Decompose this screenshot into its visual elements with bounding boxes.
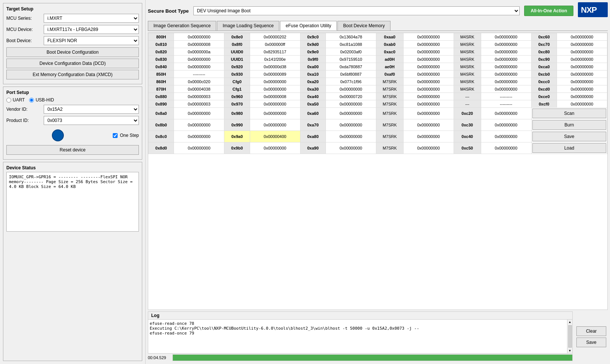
efuse-input[interactable] bbox=[261, 102, 290, 106]
efuse-input[interactable] bbox=[492, 79, 521, 84]
ext-memory-config-button[interactable]: Ext Memory Configuration Data (XMCD) bbox=[6, 70, 139, 79]
efuse-input[interactable] bbox=[414, 65, 443, 69]
efuse-input[interactable] bbox=[184, 146, 214, 150]
burn-button[interactable]: Burn bbox=[532, 120, 606, 130]
clear-button[interactable]: Clear bbox=[576, 326, 606, 336]
efuse-input[interactable] bbox=[184, 94, 214, 99]
mcu-series-select[interactable]: i.MXRT bbox=[44, 14, 139, 23]
log-scrollbar[interactable]: ▲ ▼ bbox=[567, 320, 572, 353]
all-in-one-action-button[interactable]: All-In-One Action bbox=[524, 6, 573, 16]
efuse-input[interactable] bbox=[261, 79, 290, 84]
efuse-input[interactable] bbox=[336, 57, 365, 62]
tab-image-loading[interactable]: Image Loading Sequence bbox=[217, 21, 279, 31]
one-step-checkbox[interactable] bbox=[113, 133, 118, 138]
efuse-input[interactable] bbox=[414, 123, 443, 127]
secure-boot-type-select[interactable]: DEV Unsigned Image Boot bbox=[193, 6, 520, 15]
efuse-input[interactable] bbox=[414, 35, 443, 39]
efuse-input[interactable] bbox=[261, 65, 290, 69]
efuse-input[interactable] bbox=[492, 50, 521, 54]
efuse-input[interactable] bbox=[336, 72, 365, 76]
device-config-dcd-button[interactable]: Device Configuration Data (DCD) bbox=[6, 59, 139, 68]
efuse-input[interactable] bbox=[414, 87, 443, 91]
efuse-input[interactable] bbox=[492, 87, 521, 91]
efuse-input[interactable] bbox=[567, 72, 597, 76]
efuse-input[interactable] bbox=[336, 35, 365, 39]
efuse-input[interactable] bbox=[492, 146, 521, 150]
efuse-input[interactable] bbox=[184, 79, 214, 84]
tab-boot-device-memory[interactable]: Boot Device Memory bbox=[337, 21, 390, 31]
efuse-input[interactable] bbox=[567, 57, 597, 62]
efuse-input[interactable] bbox=[184, 35, 214, 39]
boot-device-select[interactable]: FLEXSPI NOR bbox=[44, 36, 139, 45]
usb-hid-radio-input[interactable] bbox=[29, 98, 34, 103]
efuse-input[interactable] bbox=[184, 111, 214, 116]
efuse-input[interactable] bbox=[567, 79, 597, 84]
efuse-input[interactable] bbox=[492, 102, 521, 106]
efuse-input[interactable] bbox=[414, 50, 443, 54]
efuse-input[interactable] bbox=[261, 111, 290, 116]
usb-hid-radio[interactable]: USB-HID bbox=[29, 97, 54, 103]
save-efuse-button[interactable]: Save bbox=[532, 132, 606, 141]
scan-button[interactable]: Scan bbox=[532, 109, 606, 118]
efuse-input[interactable] bbox=[414, 79, 443, 84]
efuse-input[interactable] bbox=[261, 123, 290, 127]
tab-image-generation[interactable]: Image Generation Sequence bbox=[148, 21, 216, 31]
efuse-input[interactable] bbox=[336, 87, 365, 91]
uart-radio-input[interactable] bbox=[6, 98, 11, 103]
efuse-input[interactable] bbox=[567, 35, 597, 39]
efuse-input[interactable] bbox=[492, 72, 521, 76]
efuse-input[interactable] bbox=[184, 87, 214, 91]
efuse-input[interactable] bbox=[414, 111, 443, 116]
log-scroll-thumb[interactable] bbox=[568, 325, 572, 348]
efuse-input[interactable] bbox=[336, 123, 365, 127]
boot-device-config-button[interactable]: Boot Device Configuration bbox=[6, 47, 139, 57]
mcu-device-select[interactable]: i.MXRT117x - LFBGA289 bbox=[44, 25, 139, 34]
product-id-select[interactable]: 0x0073 bbox=[44, 116, 139, 125]
efuse-input[interactable] bbox=[184, 50, 214, 54]
efuse-input[interactable] bbox=[567, 87, 597, 91]
efuse-input[interactable] bbox=[261, 42, 290, 47]
efuse-input[interactable] bbox=[336, 134, 365, 139]
efuse-input[interactable] bbox=[567, 50, 597, 54]
efuse-input[interactable] bbox=[414, 42, 443, 47]
efuse-input[interactable] bbox=[492, 65, 521, 69]
vendor-id-select[interactable]: 0x15A2 bbox=[44, 105, 139, 114]
efuse-input[interactable] bbox=[336, 79, 365, 84]
efuse-input[interactable] bbox=[567, 65, 597, 69]
efuse-input[interactable] bbox=[336, 102, 365, 106]
efuse-input[interactable] bbox=[567, 94, 597, 99]
efuse-input[interactable] bbox=[261, 72, 290, 76]
efuse-input[interactable] bbox=[261, 50, 290, 54]
efuse-input[interactable] bbox=[261, 134, 290, 139]
tab-efuse-operation[interactable]: eFuse Operation Utility bbox=[280, 21, 337, 31]
efuse-input[interactable] bbox=[492, 94, 521, 99]
efuse-input[interactable] bbox=[567, 102, 597, 106]
efuse-input[interactable] bbox=[336, 94, 365, 99]
efuse-input[interactable] bbox=[261, 35, 290, 39]
efuse-input[interactable] bbox=[414, 146, 443, 150]
efuse-input[interactable] bbox=[184, 72, 214, 76]
load-efuse-button[interactable]: Load bbox=[532, 143, 606, 153]
efuse-input[interactable] bbox=[336, 146, 365, 150]
efuse-input[interactable] bbox=[414, 102, 443, 106]
efuse-input[interactable] bbox=[492, 35, 521, 39]
efuse-input[interactable] bbox=[336, 65, 365, 69]
efuse-input[interactable] bbox=[414, 134, 443, 139]
efuse-input[interactable] bbox=[261, 57, 290, 62]
efuse-input[interactable] bbox=[492, 134, 521, 139]
efuse-input[interactable] bbox=[414, 72, 443, 76]
efuse-input[interactable] bbox=[184, 65, 214, 69]
log-scroll-down[interactable]: ▼ bbox=[568, 348, 572, 353]
efuse-input[interactable] bbox=[261, 94, 290, 99]
efuse-input[interactable] bbox=[261, 146, 290, 150]
efuse-input[interactable] bbox=[184, 123, 214, 127]
efuse-input[interactable] bbox=[492, 42, 521, 47]
save-log-button[interactable]: Save bbox=[576, 338, 606, 347]
efuse-input[interactable] bbox=[414, 94, 443, 99]
uart-radio[interactable]: UART bbox=[6, 97, 25, 103]
efuse-input[interactable] bbox=[184, 134, 214, 139]
efuse-input[interactable] bbox=[492, 57, 521, 62]
efuse-input[interactable] bbox=[567, 42, 597, 47]
efuse-input[interactable] bbox=[492, 123, 521, 127]
efuse-input[interactable] bbox=[261, 87, 290, 91]
